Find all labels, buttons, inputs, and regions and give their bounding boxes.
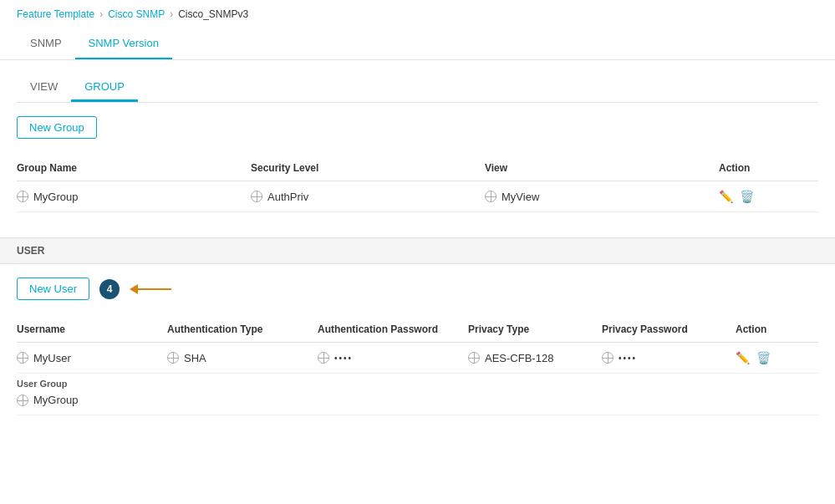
col-auth-type: Authentication Type [167,323,318,335]
arrow-line [138,288,171,290]
user-section-label: USER [17,245,44,257]
user-action-cell: ✏️ 🗑️ [736,351,818,364]
user-delete-icon[interactable]: 🗑️ [756,351,771,364]
username-value: MyUser [33,352,71,364]
group-name-cell: MyGroup [17,191,251,203]
breadcrumb-cisco-snmp[interactable]: Cisco SNMP [108,8,165,20]
arrow-indicator [130,284,171,294]
breadcrumb-feature-template[interactable]: Feature Template [17,8,94,20]
group-table-header-row: Group Name Security Level View Action [17,155,818,181]
view-value: MyView [502,191,539,203]
username-cell: MyUser [17,352,167,364]
table-row: User Group MyGroup [17,374,818,415]
user-group-value: MyGroup [33,394,78,406]
breadcrumb: Feature Template › Cisco SNMP › Cisco_SN… [0,0,835,28]
new-user-container: New User 4 [17,277,818,300]
table-row: MyGroup AuthPriv MyView ✏️ 🗑️ [17,181,818,212]
globe-icon-priv-type [468,352,480,364]
col-username: Username [17,323,167,335]
step-badge: 4 [99,279,120,299]
col-auth-password: Authentication Password [318,323,468,335]
user-group-cell: User Group MyGroup [17,382,167,406]
col-action: Action [719,162,818,174]
tab-snmp-version[interactable]: SNMP Version [75,28,172,59]
user-sub-header: User Group [17,379,68,389]
subtab-view[interactable]: VIEW [17,74,71,102]
view-cell: MyView [485,191,719,203]
breadcrumb-current: Cisco_SNMPv3 [178,8,248,20]
privacy-type-value: AES-CFB-128 [485,352,553,364]
security-level-value: AuthPriv [267,191,308,203]
globe-icon-auth-pass [318,352,329,364]
col-privacy-password: Privacy Password [602,323,736,335]
action-cell: ✏️ 🗑️ [719,190,818,203]
top-tabs: SNMP SNMP Version [0,28,835,60]
globe-icon-view [485,191,496,202]
sub-tabs: VIEW GROUP [17,74,818,103]
table-row: MyUser SHA •••• AES-CFB-128 •••• [17,343,818,374]
col-user-action: Action [736,323,818,335]
col-group-name: Group Name [17,162,251,174]
globe-icon-user-group [17,395,28,406]
user-table-header-row: Username Authentication Type Authenticat… [17,317,818,343]
col-view: View [485,162,719,174]
subtab-group[interactable]: GROUP [71,74,138,102]
globe-icon-group-name [17,191,28,202]
group-name-value: MyGroup [33,191,78,203]
privacy-password-cell: •••• [602,352,736,364]
privacy-password-value: •••• [619,354,637,363]
globe-icon-priv-pass [602,352,614,364]
new-group-button[interactable]: New Group [17,116,97,139]
auth-type-value: SHA [184,352,206,364]
tab-snmp[interactable]: SNMP [17,28,75,59]
group-table: Group Name Security Level View Action My… [17,155,818,212]
globe-icon-username [17,352,28,364]
arrow-head [130,284,138,294]
breadcrumb-sep-1: › [99,8,103,20]
group-section: New Group Group Name Security Level View… [17,116,818,212]
privacy-type-cell: AES-CFB-128 [468,352,602,364]
user-table: Username Authentication Type Authenticat… [17,317,818,415]
delete-icon[interactable]: 🗑️ [740,190,754,203]
user-section: New User 4 Username Authentication Type … [17,277,818,415]
auth-password-cell: •••• [318,352,468,364]
new-user-button[interactable]: New User [17,277,89,300]
col-security-level: Security Level [251,162,485,174]
edit-icon[interactable]: ✏️ [719,190,733,203]
auth-password-value: •••• [334,354,353,363]
user-group-row: MyGroup [17,394,78,406]
security-level-cell: AuthPriv [251,191,485,203]
user-section-divider: USER [0,237,835,264]
auth-type-cell: SHA [167,352,318,364]
col-privacy-type: Privacy Type [468,323,602,335]
globe-icon-auth-type [167,352,179,364]
user-edit-icon[interactable]: ✏️ [736,351,750,364]
globe-icon-security [251,191,262,202]
breadcrumb-sep-2: › [170,8,173,20]
